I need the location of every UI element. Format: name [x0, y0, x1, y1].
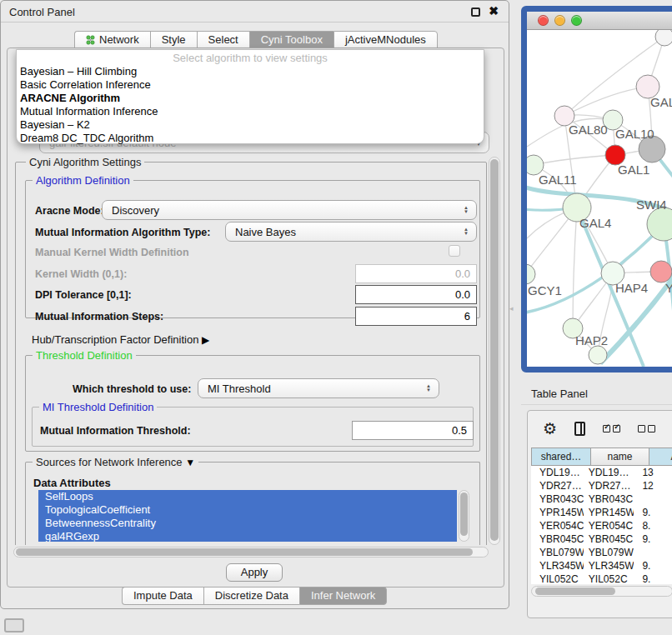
table-row[interactable]: YER054CYER054C8. [531, 519, 672, 532]
splitter-handle-icon[interactable]: ◂ [509, 303, 515, 313]
network-node[interactable] [589, 346, 607, 364]
mi-steps-label: Mutual Information Steps: [35, 311, 163, 322]
table-cell: YBR043C [531, 492, 584, 506]
settings-horizontal-scrollbar[interactable] [13, 547, 489, 558]
node-label: Y [665, 281, 672, 295]
settings-viewport: Cyni Algorithm Settings Algorithm Defini… [12, 157, 489, 545]
table-row[interactable]: YPR145WYPR145W9. [531, 506, 672, 519]
table-cell: YBL079W [584, 546, 634, 559]
column-header-name[interactable]: name [591, 448, 649, 466]
aracne-mode-combo[interactable]: Discovery ▲▼ [102, 200, 477, 220]
dpi-tolerance-label: DPI Tolerance [0,1]: [35, 289, 132, 301]
table-row[interactable]: YIL052CYIL052C9. [531, 572, 672, 584]
tab-select[interactable]: Select [197, 31, 249, 49]
scrollbar-thumb[interactable] [460, 492, 468, 536]
mi-steps-field[interactable]: 6 [355, 307, 477, 326]
network-canvas[interactable]: GALGAL80GAL10GAL1GAL11SWI4GAL4GCY1HAP4YH… [527, 30, 672, 367]
apply-button[interactable]: Apply [226, 563, 283, 582]
float-panel-icon[interactable] [471, 8, 480, 17]
settings-vertical-scrollbar[interactable] [489, 157, 500, 545]
algorithm-option[interactable]: Dream8 DC_TDC Algorithm [17, 132, 484, 145]
split-columns-icon[interactable] [574, 422, 585, 436]
dpi-tolerance-field[interactable]: 0.0 [355, 285, 477, 304]
group-title: Algorithm Definition [33, 174, 133, 187]
tab-label: Impute Data [133, 589, 193, 602]
collapsed-panel-icon[interactable] [4, 618, 24, 632]
tab-label: jActiveMNodules [345, 33, 426, 46]
table-cell: YBR043C [584, 492, 634, 506]
window-minimize-button[interactable] [554, 15, 565, 26]
node-label: GAL10 [615, 127, 654, 141]
network-window-titlebar[interactable] [527, 12, 672, 30]
algorithm-option[interactable]: Bayesian – Hill Climbing [17, 65, 484, 78]
tab-style[interactable]: Style [150, 31, 197, 49]
table-cell [634, 546, 672, 559]
table-cell: YDL19… [584, 466, 634, 479]
attribute-list-scrollbar[interactable] [459, 490, 469, 542]
deselect-all-checkboxes-icon[interactable] [638, 425, 655, 432]
attribute-item-selected[interactable]: BetweennessCentrality [38, 517, 457, 530]
manual-kernel-checkbox[interactable] [449, 245, 460, 257]
table-cell [634, 492, 672, 506]
table-panel-header: Table Panel [521, 382, 672, 405]
hub-definition-label: Hub/Transcription Factor Definition [32, 333, 198, 346]
table-row[interactable]: YLR345WYLR345W9. [531, 559, 672, 572]
mi-threshold-field[interactable]: 0.5 [352, 421, 474, 440]
mi-type-label: Mutual Information Algorithm Type: [35, 227, 210, 238]
algorithm-option[interactable]: Bayesian – K2 [17, 118, 484, 132]
column-header-shared-name[interactable]: shared… [531, 448, 591, 466]
manual-kernel-label: Manual Kernel Width Definition [35, 247, 189, 258]
which-threshold-combo[interactable]: MI Threshold ▲▼ [198, 378, 439, 398]
tab-discretize-data[interactable]: Discretize Data [203, 587, 299, 605]
node-label: GAL11 [539, 172, 577, 187]
table-row[interactable]: YBR043CYBR043C [531, 492, 672, 506]
table-row[interactable]: YBR045CYBR045C9. [531, 532, 672, 546]
table-horizontal-scrollbar[interactable] [531, 586, 672, 597]
cyni-bottom-tabs: Impute Data Discretize Data Infer Networ… [122, 587, 387, 605]
table-cell: 12 [634, 479, 672, 492]
tab-label: Infer Network [311, 589, 375, 602]
network-node-y[interactable] [650, 261, 672, 282]
table-cell: YER054C [531, 519, 584, 532]
close-panel-icon[interactable]: ✖ [489, 4, 499, 18]
table-cell: 9. [634, 572, 672, 584]
window-zoom-button[interactable] [571, 15, 582, 26]
data-attributes-list: SelfLoopsTopologicalCoefficientBetweenne… [38, 490, 457, 542]
tab-infer-network[interactable]: Infer Network [299, 587, 387, 605]
kernel-width-field[interactable]: 0.0 [355, 264, 477, 283]
window-close-button[interactable] [538, 15, 549, 26]
table-row[interactable]: YDL19…YDL19…13 [531, 466, 672, 479]
column-header-partial[interactable]: A [649, 448, 672, 466]
algorithm-option-selected[interactable]: ARACNE Algorithm [17, 92, 484, 105]
algorithm-option[interactable]: Mutual Information Inference [17, 105, 484, 118]
attribute-item-selected[interactable]: TopologicalCoefficient [38, 503, 457, 517]
attribute-item-selected[interactable]: gal4RGexp [38, 530, 457, 542]
table-cell: YBL079W [531, 546, 584, 559]
node-label: GAL4 [579, 216, 611, 230]
mi-type-combo[interactable]: Naive Bayes ▲▼ [225, 222, 477, 242]
tab-cyni-toolbox[interactable]: Cyni Toolbox [249, 31, 333, 49]
control-panel-tabs: Network Style Select Cyni Toolbox jActiv… [74, 31, 438, 49]
attribute-item-selected[interactable]: SelfLoops [38, 490, 457, 503]
scrollbar-thumb[interactable] [535, 588, 615, 595]
tab-jactivemnodules[interactable]: jActiveMNodules [333, 31, 438, 49]
expanded-arrow-icon[interactable]: ▼ [185, 457, 195, 468]
table-cell: YBR045C [531, 532, 584, 546]
tab-impute-data[interactable]: Impute Data [122, 587, 203, 605]
network-node-gcy1[interactable] [527, 264, 535, 284]
select-all-checkboxes-icon[interactable] [603, 425, 620, 432]
tab-label: Select [208, 33, 238, 46]
network-view-window: GALGAL80GAL10GAL1GAL11SWI4GAL4GCY1HAP4YH… [521, 6, 672, 372]
network-node[interactable] [655, 30, 672, 46]
scrollbar-thumb[interactable] [490, 159, 499, 541]
scrollbar-thumb[interactable] [16, 548, 473, 556]
tab-network[interactable]: Network [74, 31, 150, 49]
control-panel-titlebar: Control Panel ✖ [1, 1, 509, 22]
algorithm-option[interactable]: Basic Correlation Inference [17, 78, 484, 92]
panel-title: Control Panel [9, 6, 75, 18]
gear-icon[interactable]: ⚙ [543, 419, 557, 438]
table-cell: 9. [634, 532, 672, 546]
hub-definition-toggle[interactable]: Hub/Transcription Factor Definition ▶ [32, 333, 209, 346]
table-row[interactable]: YBL079WYBL079W [531, 546, 672, 559]
table-row[interactable]: YDR27…YDR27…12 [531, 479, 672, 492]
